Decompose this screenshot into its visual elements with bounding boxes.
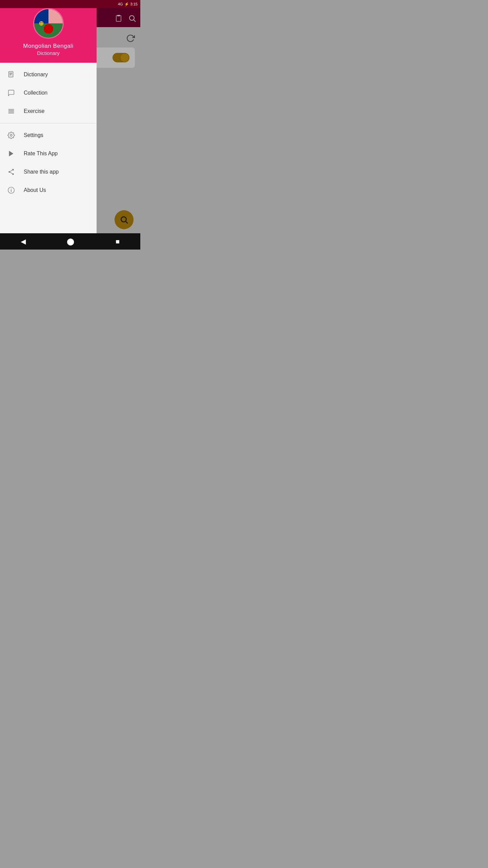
drawer-header: ⊕ Mongolian Bengali Dictionary	[0, 0, 97, 63]
share-label: Share this app	[24, 169, 59, 175]
settings-label: Settings	[24, 132, 43, 138]
menu-item-exercise[interactable]: Exercise	[0, 102, 97, 120]
menu-item-share[interactable]: Share this app	[0, 163, 97, 181]
menu-divider	[0, 123, 97, 123]
settings-icon	[7, 131, 16, 140]
flag-icon: ⊕	[33, 8, 64, 39]
home-button[interactable]: ⬤	[67, 237, 74, 245]
drawer-menu: Dictionary Collection Exercise	[0, 63, 97, 250]
navigation-drawer: ⊕ Mongolian Bengali Dictionary Dictionar…	[0, 0, 97, 250]
svg-point-18	[12, 169, 14, 171]
menu-item-collection[interactable]: Collection	[0, 84, 97, 102]
menu-item-settings[interactable]: Settings	[0, 126, 97, 144]
share-icon	[7, 167, 16, 176]
menu-item-about[interactable]: About Us	[0, 181, 97, 199]
flag-top-right	[48, 9, 63, 23]
dictionary-label: Dictionary	[24, 72, 48, 78]
rate-label: Rate This App	[24, 151, 58, 157]
exercise-label: Exercise	[24, 108, 44, 114]
svg-line-22	[10, 172, 13, 174]
svg-line-21	[10, 170, 13, 172]
app-subtitle: Dictionary	[37, 50, 60, 56]
dictionary-icon	[7, 70, 16, 79]
about-label: About Us	[24, 187, 46, 193]
exercise-icon	[7, 107, 16, 116]
svg-point-19	[8, 171, 10, 173]
status-icons: 4G ⚡ 3:15	[118, 2, 138, 6]
menu-item-dictionary[interactable]: Dictionary	[0, 65, 97, 84]
svg-rect-8	[9, 72, 13, 77]
svg-point-16	[10, 134, 12, 136]
collection-label: Collection	[24, 90, 47, 96]
time-display: 3:15	[130, 2, 138, 6]
rate-icon	[7, 149, 16, 158]
status-bar: 4G ⚡ 3:15	[0, 0, 140, 8]
app-title: Mongolian Bengali	[23, 43, 73, 50]
collection-icon	[7, 88, 16, 97]
navigation-bar: ◀ ⬤ ■	[0, 233, 140, 250]
flag-red-circle	[44, 24, 53, 34]
back-button[interactable]: ◀	[21, 237, 26, 245]
menu-item-rate[interactable]: Rate This App	[0, 144, 97, 163]
about-icon	[7, 186, 16, 195]
soyombo-symbol: ⊕	[39, 20, 44, 27]
svg-point-20	[12, 173, 14, 175]
battery-icon: ⚡	[124, 2, 129, 6]
recents-button[interactable]: ■	[116, 238, 120, 245]
svg-marker-17	[9, 151, 14, 157]
signal-indicator: 4G	[118, 2, 123, 6]
